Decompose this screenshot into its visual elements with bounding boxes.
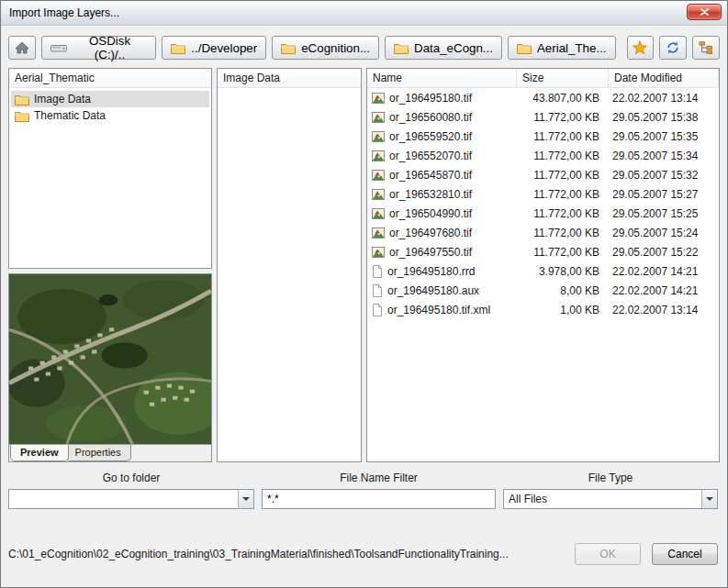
image-file-icon [372,93,385,104]
breadcrumb-label: Data_eCogn... [414,41,493,55]
file-date: 29.05.2007 15:38 [609,111,719,124]
go-to-folder-combobox[interactable] [8,489,254,509]
close-button[interactable] [687,4,722,20]
main-area: Aerial_Thematic Image Data Thematic Data [1,68,727,462]
file-row[interactable]: or_196495180.aux 8,00 KB 22.02.2007 14:2… [367,281,719,300]
file-date: 29.05.2007 15:35 [609,130,719,143]
tree-icon [699,41,713,54]
file-size: 11.772,00 KB [517,150,609,162]
file-date: 29.05.2007 15:27 [609,188,719,201]
file-type-group: File Type All Files [503,472,718,521]
tree-item-image-data[interactable]: Image Data [11,91,209,107]
image-file-icon [372,131,385,142]
file-list-panel: Name Size Date Modified or_196495180.tif… [366,68,720,462]
preview-image-wrap [9,274,211,444]
title-bar: Import Image Layers... [1,1,727,26]
column-header-size[interactable]: Size [517,69,609,87]
file-name: or_196495180.aux [387,284,479,297]
file-row[interactable]: or_196559520.tif 11.772,00 KB 29.05.2007… [367,127,719,146]
breadcrumb-label: Aerial_The... [537,41,607,55]
file-date: 29.05.2007 15:34 [609,150,719,162]
file-date: 29.05.2007 15:24 [609,227,719,239]
tab-properties[interactable]: Properties [65,445,131,461]
go-to-folder-group: Go to folder [8,472,254,521]
ok-button[interactable]: OK [575,543,641,565]
file-size: 8,00 KB [517,284,609,297]
file-size: 1,00 KB [517,304,609,316]
cancel-button[interactable]: Cancel [652,543,718,565]
file-name: or_196532810.tif [389,188,472,201]
breadcrumb-developer-button[interactable]: ../Developer [162,36,266,60]
file-date: 22.02.2007 14:21 [609,284,719,297]
folder-tree: Image Data Thematic Data [9,88,211,127]
file-row[interactable]: or_196560080.tif 11.772,00 KB 29.05.2007… [367,107,719,127]
file-row[interactable]: or_196495180.tif 43.807,00 KB 22.02.2007… [367,88,719,107]
image-file-icon [372,150,385,161]
image-data-panel: Image Data [217,68,362,462]
file-date: 29.05.2007 15:32 [609,169,719,182]
file-row[interactable]: or_196497550.tif 11.772,00 KB 29.05.2007… [367,242,719,261]
breadcrumb-drive-button[interactable]: OSDisk (C:)/.. [41,36,157,60]
file-size: 11.772,00 KB [517,227,609,239]
close-icon [700,8,709,16]
file-name: or_196497550.tif [389,246,472,259]
file-name: or_196504990.tif [389,207,472,220]
favorites-button[interactable] [627,36,655,60]
file-row[interactable]: or_196545870.tif 11.772,00 KB 29.05.2007… [367,165,719,184]
image-file-icon [372,247,385,258]
home-button[interactable] [8,36,36,60]
column-header-name[interactable]: Name [367,69,517,87]
file-list-header: Name Size Date Modified [367,69,719,88]
file-date: 29.05.2007 15:25 [609,207,719,220]
image-file-icon [372,189,385,200]
file-type-value: All Files [504,490,701,508]
tree-view-button[interactable] [692,36,720,60]
chevron-down-icon [706,497,713,505]
preview-panel: Preview Properties [8,273,212,462]
breadcrumb-label: ../Developer [191,41,257,55]
go-to-folder-label: Go to folder [8,472,254,484]
folder-icon [15,110,29,122]
breadcrumb-aerial-button[interactable]: Aerial_The... [508,36,616,60]
preview-image [9,274,211,444]
file-name: or_196559520.tif [389,130,472,143]
folder-icon [394,42,409,54]
file-name: or_196552070.tif [389,150,472,162]
breadcrumb-data-button[interactable]: Data_eCogn... [385,36,502,60]
image-data-header: Image Data [218,69,361,88]
column-header-date[interactable]: Date Modified [609,69,719,87]
folder-tree-panel: Aerial_Thematic Image Data Thematic Data [8,68,212,269]
tab-preview[interactable]: Preview [10,445,69,461]
file-size: 11.772,00 KB [517,169,609,182]
refresh-button[interactable] [659,36,687,60]
file-type-combobox[interactable]: All Files [503,489,718,509]
file-date: 22.02.2007 13:14 [609,304,719,316]
go-to-folder-dropdown-button[interactable] [238,490,253,508]
file-row[interactable]: or_196532810.tif 11.772,00 KB 29.05.2007… [367,184,719,204]
file-name-filter-input[interactable] [262,489,496,509]
file-size: 11.772,00 KB [517,130,609,143]
file-name: or_196497680.tif [389,227,472,239]
file-row[interactable]: or_196552070.tif 11.772,00 KB 29.05.2007… [367,146,719,165]
tree-item-thematic-data[interactable]: Thematic Data [11,107,209,124]
file-name: or_196495180.tif.xml [387,304,490,316]
file-row[interactable]: or_196495180.tif.xml 1,00 KB 22.02.2007 … [367,300,719,319]
file-row[interactable]: or_196497680.tif 11.772,00 KB 29.05.2007… [367,223,719,242]
file-size: 43.807,00 KB [517,92,609,105]
breadcrumb-ecognition-button[interactable]: eCognition... [272,36,379,60]
preview-tab-strip: Preview Properties [9,444,211,461]
file-name-filter-group: File Name Filter [262,472,496,521]
file-type-dropdown-button[interactable] [701,490,717,508]
file-row[interactable]: or_196495180.rrd 3.978,00 KB 22.02.2007 … [367,261,719,281]
current-path: C:\01_eCognition\02_eCognition_training\… [8,548,564,560]
tree-item-label: Thematic Data [34,109,106,122]
file-list-rows: or_196495180.tif 43.807,00 KB 22.02.2007… [367,88,719,319]
image-file-icon [372,227,385,239]
file-date: 29.05.2007 15:22 [609,246,719,259]
folder-icon [171,42,185,54]
folder-icon [517,42,532,54]
file-name: or_196495180.tif [389,92,472,105]
breadcrumb-label: eCognition... [301,41,370,55]
refresh-icon [666,40,680,55]
file-row[interactable]: or_196504990.tif 11.772,00 KB 29.05.2007… [367,204,719,223]
